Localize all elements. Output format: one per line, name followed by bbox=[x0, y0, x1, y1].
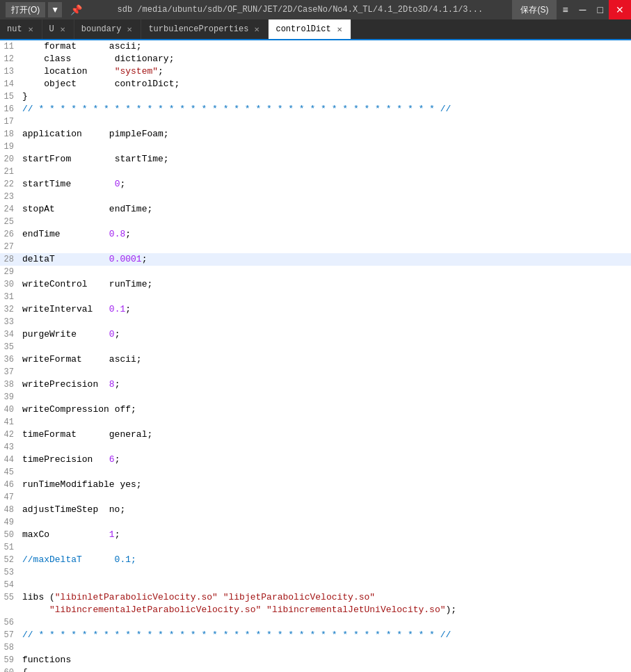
line-16: 16 // * * * * * * * * * * * * * * * * * … bbox=[0, 103, 631, 115]
open-dropdown[interactable]: ▼ bbox=[48, 2, 62, 17]
line-45: 45 bbox=[0, 466, 631, 479]
tab-nut[interactable]: nut ✕ bbox=[0, 19, 42, 39]
line-43: 43 bbox=[0, 441, 631, 454]
tab-U[interactable]: U ✕ bbox=[42, 19, 74, 39]
minimize-button[interactable]: ─ bbox=[574, 0, 592, 19]
line-13: 13 location "system"; bbox=[0, 65, 631, 78]
line-30: 30 writeControl runTime; bbox=[0, 278, 631, 291]
open-button[interactable]: 打开(O) bbox=[6, 2, 45, 17]
line-48: 48 adjustTimeStep no; bbox=[0, 504, 631, 516]
line-19: 19 bbox=[0, 141, 631, 153]
tab-boundary-label: boundary bbox=[81, 24, 122, 34]
tab-nut-close[interactable]: ✕ bbox=[26, 26, 35, 33]
tab-nut-label: nut bbox=[7, 24, 22, 34]
tab-U-close[interactable]: ✕ bbox=[58, 26, 67, 33]
line-55: 55 libs ("libinletParabolicVelocity.so" … bbox=[0, 591, 631, 604]
line-17: 17 bbox=[0, 115, 631, 128]
line-32: 32 writeInterval 0.1; bbox=[0, 303, 631, 316]
line-33: 33 bbox=[0, 316, 631, 328]
line-42: 42 timeFormat general; bbox=[0, 429, 631, 441]
tab-controlDict-label: controlDict bbox=[275, 24, 330, 34]
menu-button[interactable]: ≡ bbox=[557, 0, 573, 19]
line-20: 20 startFrom startTime; bbox=[0, 153, 631, 166]
line-12: 12 class dictionary; bbox=[0, 53, 631, 65]
line-46: 46 runTimeModifiable yes; bbox=[0, 479, 631, 491]
tab-U-label: U bbox=[49, 24, 54, 34]
line-53: 53 bbox=[0, 566, 631, 579]
line-59: 59 functions bbox=[0, 654, 631, 666]
line-44: 44 timePrecision 6; bbox=[0, 454, 631, 466]
tab-turbulenceProperties-label: turbulenceProperties bbox=[148, 24, 248, 34]
line-54: 54 bbox=[0, 579, 631, 591]
line-26: 26 endTime 0.8; bbox=[0, 228, 631, 241]
tab-turbulenceProperties-close[interactable]: ✕ bbox=[253, 26, 261, 33]
line-49: 49 bbox=[0, 516, 631, 529]
line-39: 39 bbox=[0, 391, 631, 403]
tab-turbulenceProperties[interactable]: turbulenceProperties ✕ bbox=[141, 19, 269, 39]
line-55-cont: "libincrementalJetParabolicVelocity.so" … bbox=[0, 604, 631, 616]
line-29: 29 bbox=[0, 266, 631, 278]
close-button[interactable]: ✕ bbox=[609, 0, 631, 19]
titlebar-left: 打开(O) ▼ 📌 bbox=[6, 0, 88, 19]
line-23: 23 bbox=[0, 191, 631, 203]
line-36: 36 writeFormat ascii; bbox=[0, 353, 631, 366]
tab-controlDict[interactable]: controlDict ✕ bbox=[269, 19, 351, 39]
line-18: 18 application pimpleFoam; bbox=[0, 128, 631, 141]
tabbar: nut ✕ U ✕ boundary ✕ turbulencePropertie… bbox=[0, 19, 631, 40]
line-35: 35 bbox=[0, 341, 631, 353]
line-22: 22 startTime 0; bbox=[0, 178, 631, 191]
line-40: 40 writeCompression off; bbox=[0, 403, 631, 416]
line-21: 21 bbox=[0, 166, 631, 178]
line-51: 51 bbox=[0, 541, 631, 554]
titlebar: 打开(O) ▼ 📌 sdb /media/ubuntu/sdb/OF_RUN/J… bbox=[0, 0, 631, 19]
filepath-label: sdb /media/ubuntu/sdb/OF_RUN/JET/2D/Case… bbox=[88, 5, 512, 15]
save-button[interactable]: 保存(S) bbox=[512, 0, 557, 19]
line-56: 56 bbox=[0, 616, 631, 629]
line-28: 28 deltaT 0.0001; bbox=[0, 253, 631, 266]
line-37: 37 bbox=[0, 366, 631, 378]
line-58: 58 bbox=[0, 641, 631, 654]
line-52: 52 //maxDeltaT 0.1; bbox=[0, 554, 631, 566]
editor[interactable]: 11 format ascii; 12 class dictionary; 13… bbox=[0, 40, 631, 672]
tab-controlDict-close[interactable]: ✕ bbox=[335, 26, 344, 33]
titlebar-right: 保存(S) ≡ ─ □ ✕ bbox=[512, 0, 631, 19]
line-15: 15 } bbox=[0, 90, 631, 103]
line-11: 11 format ascii; bbox=[0, 40, 631, 53]
line-60: 60 { bbox=[0, 666, 631, 672]
line-41: 41 bbox=[0, 416, 631, 429]
line-27: 27 bbox=[0, 241, 631, 253]
line-38: 38 writePrecision 8; bbox=[0, 378, 631, 391]
line-57: 57 // * * * * * * * * * * * * * * * * * … bbox=[0, 629, 631, 641]
line-25: 25 bbox=[0, 216, 631, 228]
tab-boundary-close[interactable]: ✕ bbox=[125, 26, 134, 33]
line-50: 50 maxCo 1; bbox=[0, 529, 631, 541]
line-47: 47 bbox=[0, 491, 631, 504]
maximize-button[interactable]: □ bbox=[592, 0, 609, 19]
line-24: 24 stopAt endTime; bbox=[0, 203, 631, 216]
pin-button[interactable]: 📌 bbox=[65, 0, 88, 19]
tab-boundary[interactable]: boundary ✕ bbox=[74, 19, 142, 39]
line-14: 14 object controlDict; bbox=[0, 78, 631, 90]
line-34: 34 purgeWrite 0; bbox=[0, 328, 631, 341]
line-31: 31 bbox=[0, 291, 631, 303]
